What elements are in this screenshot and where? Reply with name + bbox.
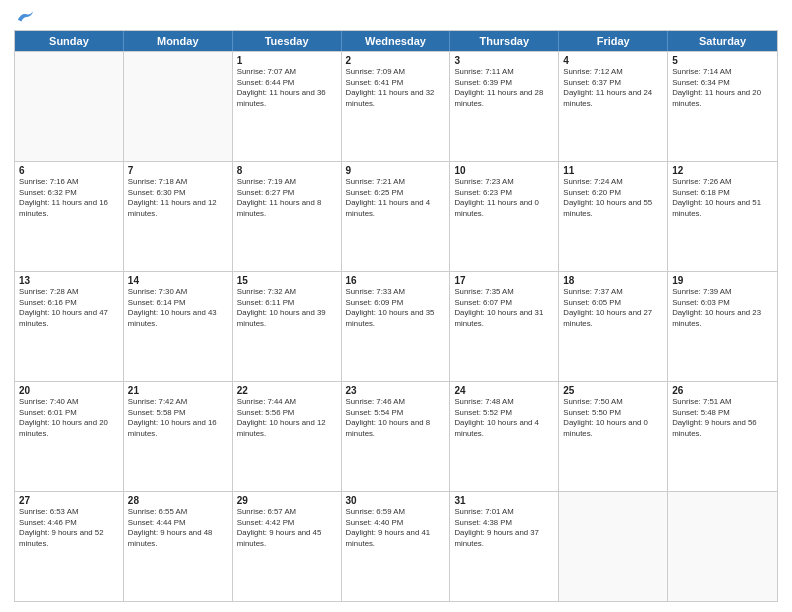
cell-daylight: Daylight: 10 hours and 39 minutes. <box>237 308 326 328</box>
cell-sunset: Sunset: 5:48 PM <box>672 408 730 417</box>
calendar-cell-4-2: 29Sunrise: 6:57 AMSunset: 4:42 PMDayligh… <box>233 492 342 601</box>
cell-sunrise: Sunrise: 7:11 AM <box>454 67 513 76</box>
cell-sunset: Sunset: 4:42 PM <box>237 518 295 527</box>
cell-info: Sunrise: 7:46 AMSunset: 5:54 PMDaylight:… <box>346 397 446 439</box>
cell-day-number: 17 <box>454 275 554 286</box>
cell-daylight: Daylight: 11 hours and 28 minutes. <box>454 88 543 108</box>
cell-daylight: Daylight: 9 hours and 52 minutes. <box>19 528 104 548</box>
cell-info: Sunrise: 7:40 AMSunset: 6:01 PMDaylight:… <box>19 397 119 439</box>
calendar-cell-1-1: 7Sunrise: 7:18 AMSunset: 6:30 PMDaylight… <box>124 162 233 271</box>
logo-text <box>14 10 34 24</box>
cell-sunset: Sunset: 5:56 PM <box>237 408 295 417</box>
cell-sunset: Sunset: 6:37 PM <box>563 78 621 87</box>
calendar-cell-2-0: 13Sunrise: 7:28 AMSunset: 6:16 PMDayligh… <box>15 272 124 381</box>
cell-day-number: 20 <box>19 385 119 396</box>
cell-info: Sunrise: 7:35 AMSunset: 6:07 PMDaylight:… <box>454 287 554 329</box>
cell-day-number: 15 <box>237 275 337 286</box>
cell-sunset: Sunset: 6:41 PM <box>346 78 404 87</box>
cell-sunset: Sunset: 4:40 PM <box>346 518 404 527</box>
calendar-cell-0-2: 1Sunrise: 7:07 AMSunset: 6:44 PMDaylight… <box>233 52 342 161</box>
cell-day-number: 29 <box>237 495 337 506</box>
cell-day-number: 22 <box>237 385 337 396</box>
cell-daylight: Daylight: 10 hours and 47 minutes. <box>19 308 108 328</box>
calendar-row-4: 27Sunrise: 6:53 AMSunset: 4:46 PMDayligh… <box>15 491 777 601</box>
cell-sunrise: Sunrise: 7:16 AM <box>19 177 78 186</box>
cell-info: Sunrise: 6:59 AMSunset: 4:40 PMDaylight:… <box>346 507 446 549</box>
calendar-row-0: 1Sunrise: 7:07 AMSunset: 6:44 PMDaylight… <box>15 51 777 161</box>
cell-daylight: Daylight: 10 hours and 35 minutes. <box>346 308 435 328</box>
cell-daylight: Daylight: 11 hours and 32 minutes. <box>346 88 435 108</box>
calendar-cell-4-1: 28Sunrise: 6:55 AMSunset: 4:44 PMDayligh… <box>124 492 233 601</box>
weekday-header-monday: Monday <box>124 31 233 51</box>
cell-sunrise: Sunrise: 7:09 AM <box>346 67 405 76</box>
cell-info: Sunrise: 7:07 AMSunset: 6:44 PMDaylight:… <box>237 67 337 109</box>
calendar-cell-3-1: 21Sunrise: 7:42 AMSunset: 5:58 PMDayligh… <box>124 382 233 491</box>
calendar-cell-3-2: 22Sunrise: 7:44 AMSunset: 5:56 PMDayligh… <box>233 382 342 491</box>
cell-sunset: Sunset: 5:52 PM <box>454 408 512 417</box>
cell-sunset: Sunset: 6:25 PM <box>346 188 404 197</box>
cell-sunset: Sunset: 6:34 PM <box>672 78 730 87</box>
cell-sunrise: Sunrise: 7:21 AM <box>346 177 405 186</box>
cell-info: Sunrise: 7:51 AMSunset: 5:48 PMDaylight:… <box>672 397 773 439</box>
cell-sunrise: Sunrise: 7:37 AM <box>563 287 622 296</box>
cell-sunset: Sunset: 6:39 PM <box>454 78 512 87</box>
cell-daylight: Daylight: 10 hours and 16 minutes. <box>128 418 217 438</box>
cell-sunrise: Sunrise: 6:53 AM <box>19 507 78 516</box>
cell-daylight: Daylight: 9 hours and 37 minutes. <box>454 528 539 548</box>
calendar-cell-3-6: 26Sunrise: 7:51 AMSunset: 5:48 PMDayligh… <box>668 382 777 491</box>
calendar-cell-1-3: 9Sunrise: 7:21 AMSunset: 6:25 PMDaylight… <box>342 162 451 271</box>
logo <box>14 10 34 24</box>
calendar-cell-1-0: 6Sunrise: 7:16 AMSunset: 6:32 PMDaylight… <box>15 162 124 271</box>
cell-sunset: Sunset: 5:58 PM <box>128 408 186 417</box>
weekday-header-sunday: Sunday <box>15 31 124 51</box>
cell-info: Sunrise: 7:42 AMSunset: 5:58 PMDaylight:… <box>128 397 228 439</box>
cell-sunrise: Sunrise: 7:48 AM <box>454 397 513 406</box>
cell-sunset: Sunset: 6:20 PM <box>563 188 621 197</box>
cell-day-number: 18 <box>563 275 663 286</box>
calendar-cell-4-6 <box>668 492 777 601</box>
cell-daylight: Daylight: 10 hours and 0 minutes. <box>563 418 648 438</box>
cell-info: Sunrise: 7:32 AMSunset: 6:11 PMDaylight:… <box>237 287 337 329</box>
page: SundayMondayTuesdayWednesdayThursdayFrid… <box>0 0 792 612</box>
cell-daylight: Daylight: 11 hours and 4 minutes. <box>346 198 431 218</box>
cell-sunrise: Sunrise: 7:42 AM <box>128 397 187 406</box>
cell-daylight: Daylight: 10 hours and 55 minutes. <box>563 198 652 218</box>
cell-daylight: Daylight: 10 hours and 8 minutes. <box>346 418 431 438</box>
cell-sunrise: Sunrise: 7:40 AM <box>19 397 78 406</box>
cell-day-number: 6 <box>19 165 119 176</box>
cell-sunset: Sunset: 6:30 PM <box>128 188 186 197</box>
calendar-cell-2-4: 17Sunrise: 7:35 AMSunset: 6:07 PMDayligh… <box>450 272 559 381</box>
calendar-header: SundayMondayTuesdayWednesdayThursdayFrid… <box>15 31 777 51</box>
calendar-cell-1-5: 11Sunrise: 7:24 AMSunset: 6:20 PMDayligh… <box>559 162 668 271</box>
cell-sunrise: Sunrise: 6:55 AM <box>128 507 187 516</box>
cell-day-number: 4 <box>563 55 663 66</box>
cell-info: Sunrise: 7:18 AMSunset: 6:30 PMDaylight:… <box>128 177 228 219</box>
cell-daylight: Daylight: 11 hours and 0 minutes. <box>454 198 539 218</box>
calendar-cell-0-1 <box>124 52 233 161</box>
calendar-cell-4-0: 27Sunrise: 6:53 AMSunset: 4:46 PMDayligh… <box>15 492 124 601</box>
cell-day-number: 27 <box>19 495 119 506</box>
cell-info: Sunrise: 7:01 AMSunset: 4:38 PMDaylight:… <box>454 507 554 549</box>
calendar-cell-3-0: 20Sunrise: 7:40 AMSunset: 6:01 PMDayligh… <box>15 382 124 491</box>
cell-sunset: Sunset: 6:16 PM <box>19 298 77 307</box>
calendar-cell-0-6: 5Sunrise: 7:14 AMSunset: 6:34 PMDaylight… <box>668 52 777 161</box>
cell-sunrise: Sunrise: 7:39 AM <box>672 287 731 296</box>
cell-info: Sunrise: 7:48 AMSunset: 5:52 PMDaylight:… <box>454 397 554 439</box>
cell-daylight: Daylight: 9 hours and 45 minutes. <box>237 528 322 548</box>
weekday-header-wednesday: Wednesday <box>342 31 451 51</box>
cell-day-number: 11 <box>563 165 663 176</box>
cell-info: Sunrise: 7:39 AMSunset: 6:03 PMDaylight:… <box>672 287 773 329</box>
cell-sunset: Sunset: 5:54 PM <box>346 408 404 417</box>
cell-sunset: Sunset: 6:18 PM <box>672 188 730 197</box>
calendar-cell-0-4: 3Sunrise: 7:11 AMSunset: 6:39 PMDaylight… <box>450 52 559 161</box>
cell-info: Sunrise: 7:28 AMSunset: 6:16 PMDaylight:… <box>19 287 119 329</box>
cell-sunset: Sunset: 6:27 PM <box>237 188 295 197</box>
cell-sunrise: Sunrise: 7:32 AM <box>237 287 296 296</box>
weekday-header-thursday: Thursday <box>450 31 559 51</box>
cell-day-number: 14 <box>128 275 228 286</box>
cell-info: Sunrise: 7:23 AMSunset: 6:23 PMDaylight:… <box>454 177 554 219</box>
cell-sunrise: Sunrise: 7:01 AM <box>454 507 513 516</box>
cell-sunset: Sunset: 4:38 PM <box>454 518 512 527</box>
cell-sunset: Sunset: 4:44 PM <box>128 518 186 527</box>
cell-daylight: Daylight: 9 hours and 56 minutes. <box>672 418 757 438</box>
